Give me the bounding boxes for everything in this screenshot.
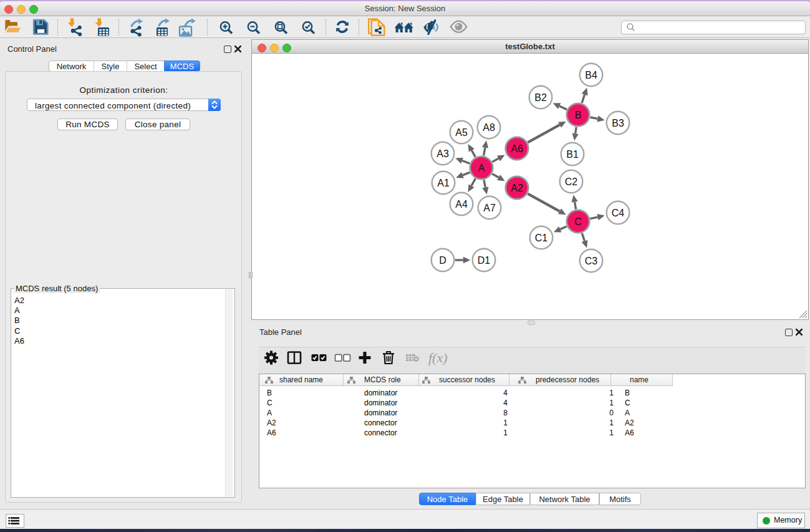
svg-text:D1: D1 <box>478 255 491 266</box>
svg-text:A4: A4 <box>455 199 468 210</box>
svg-text:A6: A6 <box>511 143 523 154</box>
svg-text:C2: C2 <box>565 177 578 187</box>
svg-text:A3: A3 <box>436 148 449 159</box>
svg-text:B4: B4 <box>585 70 597 80</box>
svg-text:B2: B2 <box>534 92 547 103</box>
svg-text:B: B <box>575 110 582 120</box>
svg-text:B3: B3 <box>612 118 624 128</box>
svg-text:f(x): f(x) <box>428 350 448 365</box>
svg-text:A1: A1 <box>437 178 450 188</box>
svg-text:A7: A7 <box>483 203 496 213</box>
svg-text:A5: A5 <box>455 127 468 138</box>
svg-text:C: C <box>574 216 582 227</box>
svg-text:C1: C1 <box>535 233 548 243</box>
svg-text:D: D <box>439 255 446 266</box>
svg-text:A2: A2 <box>511 183 523 193</box>
svg-text:C4: C4 <box>612 208 625 218</box>
svg-text:A8: A8 <box>483 122 495 133</box>
svg-text:A: A <box>478 163 485 173</box>
svg-text:B1: B1 <box>566 149 579 160</box>
svg-text:C3: C3 <box>585 256 598 266</box>
